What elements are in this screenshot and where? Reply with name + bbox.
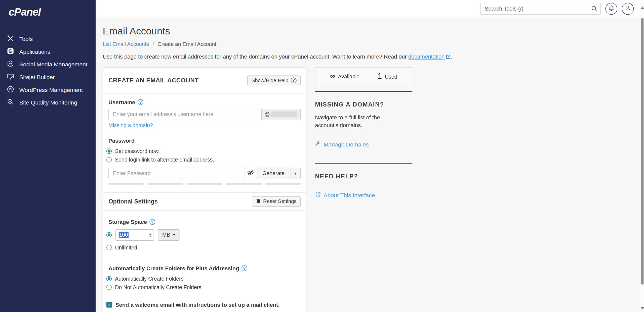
used-label: Used — [385, 74, 397, 80]
password-strength-segment — [226, 183, 261, 185]
search-input[interactable] — [480, 3, 601, 15]
cpanel-logo[interactable]: cPanel — [0, 0, 96, 18]
radio-unchecked-icon — [106, 157, 112, 162]
sidebar-item-site-quality[interactable]: Site Quality Monitoring — [0, 96, 96, 109]
search-wrap — [480, 3, 601, 15]
domain-addon: @ — [262, 109, 301, 120]
available-label: Available — [338, 73, 359, 79]
welcome-email-checkbox-row[interactable]: ✓ Send a welcome email with instructions… — [106, 302, 301, 308]
sidebar-item-applications[interactable]: Applications — [0, 45, 96, 58]
sidebar-item-sitejet[interactable]: Sitejet Builder — [0, 71, 96, 83]
sidebar-item-wordpress[interactable]: W WordPress Management — [0, 83, 96, 96]
generate-password-button[interactable]: Generate — [257, 168, 290, 179]
sidebar: cPanel Tools Applications Social Media M… — [0, 0, 96, 312]
generate-options-button[interactable]: ▾ — [290, 168, 301, 179]
checkbox-checked-icon: ✓ — [106, 302, 112, 308]
storage-space-label: Storage Space — [108, 219, 147, 225]
password-strength-segment — [148, 183, 183, 185]
storage-quota-radio[interactable] — [106, 232, 112, 238]
card-title: CREATE AN EMAIL ACCOUNT — [108, 77, 199, 84]
sidebar-item-label: Sitejet Builder — [19, 74, 55, 80]
description-period: . — [451, 54, 452, 60]
sidebar-item-label: Site Quality Monitoring — [19, 99, 77, 106]
storage-unlimited-radio[interactable]: Unlimited — [106, 244, 301, 250]
auto-create-folders-label: Automatically Create Folders — [115, 276, 183, 282]
documentation-link-label: documentation — [408, 54, 445, 60]
scrollbar-thumb[interactable] — [641, 18, 644, 285]
card-header: CREATE AN EMAIL ACCOUNT Show/Hide Help ? — [103, 68, 306, 93]
password-label: Password — [108, 138, 135, 144]
about-this-interface-label: About This Interface — [324, 192, 375, 198]
storage-row: 100 ▲ ▼ MB ▾ — [106, 229, 301, 241]
missing-domain-link[interactable]: Missing a domain? — [108, 122, 153, 128]
account-button[interactable] — [622, 3, 634, 15]
about-this-interface-link[interactable]: About This Interface — [315, 192, 375, 199]
unlimited-label: Unlimited — [115, 244, 137, 250]
no-auto-create-folders-radio[interactable]: Do Not Automatically Create Folders — [106, 284, 301, 290]
accounts-summary-box: ∞ Available 1 Used — [315, 67, 412, 85]
site-quality-icon — [7, 98, 14, 107]
radio-unchecked-icon — [106, 285, 112, 290]
password-strength-segment — [108, 183, 144, 185]
username-label: Username — [108, 99, 135, 105]
manage-domains-link[interactable]: Manage Domains — [315, 141, 369, 148]
send-login-link-radio[interactable]: Send login link to alternate email addre… — [106, 157, 301, 163]
storage-unit-dropdown[interactable]: MB ▾ — [158, 229, 180, 241]
create-email-card: CREATE AN EMAIL ACCOUNT Show/Hide Help ?… — [103, 67, 306, 312]
set-password-now-radio[interactable]: Set password now. — [106, 148, 301, 154]
sidebar-item-label: Tools — [19, 35, 33, 42]
used-value: 1 — [378, 72, 382, 81]
missing-domain-body: Navigate to a full list of the account's… — [315, 114, 395, 130]
number-stepper[interactable]: ▲ ▼ — [149, 233, 152, 237]
notifications-button[interactable] — [606, 3, 617, 15]
sidebar-item-tools[interactable]: Tools — [0, 32, 96, 45]
show-hide-help-button[interactable]: Show/Hide Help ? — [247, 75, 301, 85]
breadcrumb: List Email Accounts / Create an Email Ac… — [103, 41, 644, 47]
scroll-down-arrow[interactable] — [641, 307, 644, 310]
storage-quantity-input[interactable]: 100 ▲ ▼ — [115, 229, 154, 241]
cpanel-app: cPanel Tools Applications Social Media M… — [0, 0, 644, 312]
radio-unchecked-icon — [106, 245, 112, 250]
password-strength-segment — [187, 183, 222, 185]
scroll-up-arrow[interactable] — [641, 7, 644, 9]
sidebar-nav: Tools Applications Social Media Manageme… — [0, 32, 96, 109]
sidebar-item-social-media[interactable]: Social Media Management — [0, 58, 96, 71]
send-login-link-label: Send login link to alternate email addre… — [115, 157, 214, 163]
sidebar-item-label: WordPress Management — [19, 86, 83, 93]
reset-settings-button[interactable]: Reset Settings — [252, 196, 301, 207]
breadcrumb-list-email-accounts[interactable]: List Email Accounts — [103, 41, 149, 47]
used-stat: 1 Used — [378, 72, 397, 81]
password-strength-meter — [108, 183, 301, 185]
password-input[interactable] — [108, 168, 244, 179]
set-password-now-label: Set password now. — [115, 148, 160, 154]
documentation-link[interactable]: documentation — [408, 54, 451, 60]
storage-unit-label: MB — [162, 232, 170, 238]
toggle-password-visibility-button[interactable] — [244, 168, 257, 179]
auto-create-folders-radio[interactable]: Automatically Create Folders — [106, 276, 301, 282]
chevron-down-icon: ▾ — [173, 233, 175, 237]
storage-help-icon[interactable]: ? — [149, 219, 155, 225]
password-label-row: Password — [108, 138, 301, 144]
section-divider — [315, 91, 412, 92]
reset-settings-label: Reset Settings — [263, 199, 297, 204]
optional-settings-title: Optional Settings — [108, 198, 158, 205]
page-content: Email Accounts List Email Accounts / Cre… — [96, 18, 644, 312]
sitejet-builder-icon — [7, 73, 14, 81]
plus-addressing-help-icon[interactable]: ? — [242, 266, 248, 271]
at-sign: @ — [264, 111, 270, 117]
search-icon — [591, 5, 597, 14]
username-help-icon[interactable]: ? — [138, 99, 143, 105]
username-input[interactable] — [108, 109, 262, 120]
external-link-icon — [446, 54, 451, 59]
help-column: ∞ Available 1 Used MISSING A DOMAIN? Nav… — [315, 67, 412, 199]
storage-quantity-value: 100 — [119, 232, 129, 238]
password-strength-segment — [265, 183, 301, 185]
question-circle-icon: ? — [291, 77, 297, 83]
sidebar-item-label: Social Media Management — [19, 61, 88, 67]
infinity-icon: ∞ — [330, 72, 335, 80]
scrollbar — [640, 0, 644, 312]
missing-domain-heading: MISSING A DOMAIN? — [315, 101, 412, 108]
plus-addressing-label: Automatically Create Folders for Plus Ad… — [108, 265, 239, 271]
user-icon — [625, 5, 631, 13]
step-down-icon: ▼ — [149, 235, 152, 237]
